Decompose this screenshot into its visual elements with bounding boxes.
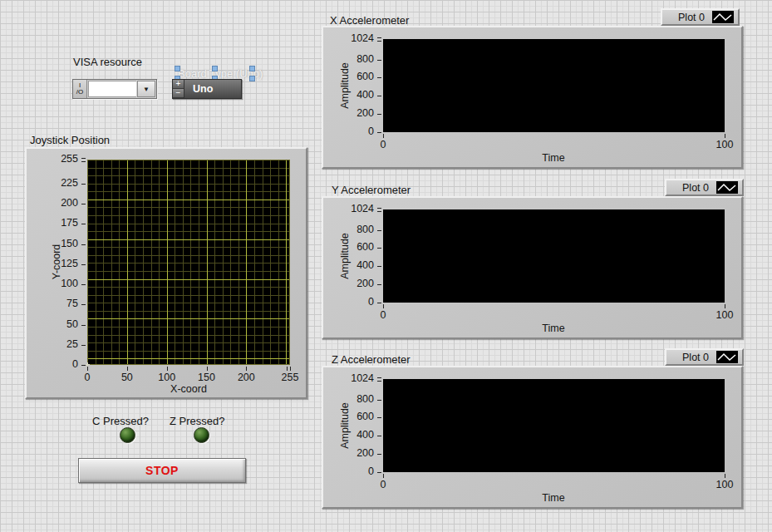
joystick-x-axis-label: X-coord bbox=[170, 383, 207, 395]
y-tick-mark bbox=[377, 454, 381, 455]
y-tick-mark bbox=[377, 400, 381, 401]
x-tick-label: 100 bbox=[708, 479, 741, 490]
x-tick-mark bbox=[207, 367, 208, 371]
x-accelerometer-plot-legend[interactable]: Plot 0 bbox=[661, 8, 740, 26]
y-tick-mark bbox=[81, 184, 86, 185]
labview-front-panel: VISA resource I /O ▼ Board Type (Uno) + … bbox=[0, 0, 772, 532]
y-tick-mark bbox=[81, 204, 86, 204]
y-tick-label: 0 bbox=[323, 126, 374, 137]
z-pressed-led bbox=[194, 427, 209, 443]
x-tick-mark bbox=[383, 474, 384, 478]
y-tick-label: 400 bbox=[323, 259, 374, 271]
y-axis-label: Amplitude bbox=[339, 402, 351, 449]
y-tick-mark bbox=[377, 60, 381, 61]
stop-button[interactable]: STOP bbox=[78, 458, 246, 483]
y-tick-label: 50 bbox=[27, 318, 78, 330]
board-type-ring-control[interactable]: + − Uno bbox=[172, 79, 242, 99]
x-tick-mark bbox=[167, 367, 168, 371]
selection-handle bbox=[175, 66, 180, 71]
x-tick-label: 0 bbox=[71, 372, 104, 383]
c-pressed-label: C Pressed? bbox=[92, 415, 149, 427]
y-tick-label: 0 bbox=[323, 466, 374, 477]
legend-plot-label: Plot 0 bbox=[682, 352, 709, 363]
y-tick-label: 400 bbox=[323, 89, 374, 101]
dropdown-arrow-icon[interactable]: ▼ bbox=[137, 81, 155, 97]
z-accelerometer-plot-legend[interactable]: Plot 0 bbox=[665, 348, 744, 366]
io-icon: I /O bbox=[73, 80, 87, 98]
y-tick-mark bbox=[377, 266, 381, 267]
y-tick-mark bbox=[377, 37, 381, 38]
y-tick-label: 1024 bbox=[323, 203, 374, 214]
y-tick-mark bbox=[377, 381, 381, 382]
y-tick-label: 400 bbox=[323, 429, 374, 441]
y-tick-mark bbox=[377, 114, 381, 115]
legend-plot-label: Plot 0 bbox=[682, 182, 709, 194]
z-accelerometer-title: Z Accelerometer bbox=[332, 353, 411, 366]
y-tick-mark bbox=[377, 41, 381, 42]
y-tick-mark bbox=[81, 161, 86, 162]
visa-resource-value[interactable] bbox=[88, 81, 136, 97]
y-tick-label: 175 bbox=[27, 217, 78, 229]
y-accelerometer-chart: Amplitude Time 020040060080010240100 bbox=[322, 196, 743, 339]
y-tick-mark bbox=[377, 96, 381, 96]
joystick-graph-title: Joystick Position bbox=[30, 134, 110, 146]
x-tick-mark bbox=[383, 134, 384, 138]
y-tick-label: 0 bbox=[323, 296, 374, 308]
x-tick-mark bbox=[246, 367, 247, 371]
x-accelerometer-chart: Amplitude Time 020040060080010240100 bbox=[322, 26, 743, 169]
z-pressed-label: Z Pressed? bbox=[170, 415, 224, 427]
joystick-position-graph: Y-coord X-coord 025507510012515017520022… bbox=[25, 147, 307, 399]
y-tick-mark bbox=[377, 436, 381, 436]
x-tick-mark bbox=[725, 304, 725, 308]
z-accelerometer-plot-area bbox=[383, 379, 725, 472]
y-tick-label: 200 bbox=[27, 197, 78, 209]
y-tick-mark bbox=[81, 365, 86, 366]
y-tick-label: 225 bbox=[27, 177, 78, 189]
visa-resource-label: VISA resource bbox=[73, 56, 142, 68]
y-tick-mark bbox=[81, 345, 86, 346]
y-tick-label: 25 bbox=[27, 338, 78, 350]
y-tick-mark bbox=[377, 230, 381, 231]
y-tick-label: 0 bbox=[27, 358, 78, 370]
x-tick-mark bbox=[127, 367, 128, 371]
y-tick-mark bbox=[377, 208, 381, 209]
increment-decrement: + − bbox=[173, 80, 184, 98]
legend-plot-label: Plot 0 bbox=[678, 12, 705, 23]
y-tick-mark bbox=[377, 77, 381, 78]
visa-resource-combobox[interactable]: I /O ▼ bbox=[72, 79, 157, 99]
x-tick-label: 200 bbox=[229, 372, 263, 383]
y-tick-label: 600 bbox=[323, 411, 374, 422]
decrement-button[interactable]: − bbox=[173, 89, 184, 98]
y-tick-mark bbox=[377, 472, 381, 473]
y-axis-label: Amplitude bbox=[339, 62, 351, 109]
y-tick-label: 1024 bbox=[323, 372, 374, 384]
y-tick-label: 600 bbox=[323, 241, 374, 253]
y-tick-label: 100 bbox=[27, 278, 78, 289]
board-type-value[interactable]: Uno bbox=[184, 80, 241, 98]
x-tick-mark bbox=[725, 134, 725, 138]
y-axis-label: Amplitude bbox=[339, 233, 351, 279]
y-tick-label: 75 bbox=[27, 298, 78, 309]
y-tick-mark bbox=[81, 284, 86, 285]
y-tick-mark bbox=[377, 132, 381, 133]
x-tick-label: 50 bbox=[111, 372, 144, 383]
x-axis-label: Time bbox=[542, 152, 564, 164]
y-accelerometer-plot-legend[interactable]: Plot 0 bbox=[665, 179, 744, 196]
x-tick-label: 150 bbox=[190, 372, 224, 383]
y-tick-mark bbox=[377, 377, 381, 378]
y-accelerometer-title: Y Accelerometer bbox=[332, 184, 411, 196]
y-accelerometer-plot-area bbox=[383, 209, 725, 303]
y-tick-label: 1024 bbox=[323, 32, 374, 44]
y-tick-mark bbox=[81, 244, 86, 245]
y-tick-label: 125 bbox=[27, 258, 78, 269]
x-tick-label: 100 bbox=[708, 309, 741, 321]
y-tick-label: 800 bbox=[323, 393, 374, 405]
y-tick-mark bbox=[81, 304, 86, 305]
x-tick-label: 100 bbox=[708, 139, 741, 150]
joystick-plot-area bbox=[87, 160, 290, 365]
y-tick-mark bbox=[81, 224, 86, 224]
selection-handle bbox=[249, 66, 255, 71]
x-tick-mark bbox=[87, 367, 88, 371]
x-axis-label: Time bbox=[542, 323, 564, 334]
plot-style-icon bbox=[712, 11, 734, 23]
